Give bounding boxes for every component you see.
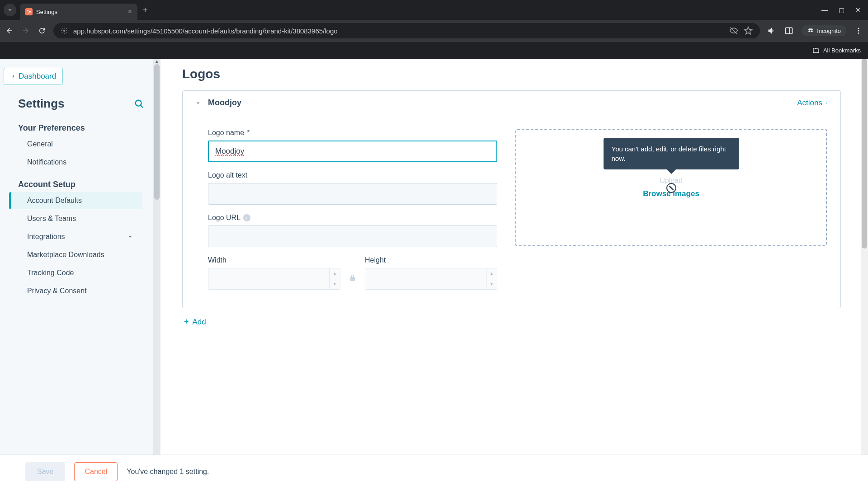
- dashboard-back-link[interactable]: Dashboard: [4, 68, 63, 85]
- width-stepper[interactable]: ▲ ▼: [208, 268, 340, 290]
- scroll-up-icon[interactable]: ▲: [153, 59, 160, 64]
- new-tab-button[interactable]: +: [143, 5, 148, 15]
- actions-dropdown[interactable]: Actions: [797, 99, 829, 108]
- sidebar-item-account-defaults[interactable]: Account Defaults: [9, 192, 142, 209]
- height-label: Height: [365, 256, 497, 264]
- close-window-icon[interactable]: ✕: [855, 6, 861, 14]
- account-setup-heading: Account Setup: [0, 172, 153, 191]
- svg-point-7: [809, 30, 811, 32]
- scrollbar-thumb[interactable]: [154, 64, 160, 200]
- logo-name-input[interactable]: [208, 141, 497, 162]
- browser-tab[interactable]: Settings ×: [20, 4, 137, 20]
- svg-point-11: [858, 33, 859, 34]
- lock-icon[interactable]: [349, 274, 357, 290]
- sidebar-item-general[interactable]: General: [9, 136, 142, 153]
- maximize-icon[interactable]: ▢: [839, 6, 844, 14]
- sidebar-item-marketplace-downloads[interactable]: Marketplace Downloads: [9, 246, 142, 263]
- svg-point-10: [858, 30, 859, 32]
- address-bar[interactable]: app.hubspot.com/settings/45105500/accoun…: [53, 23, 760, 38]
- step-up-icon[interactable]: ▲: [486, 268, 497, 279]
- svg-point-9: [858, 28, 859, 29]
- tab-title: Settings: [36, 9, 128, 15]
- sidebar-item-users-teams[interactable]: Users & Teams: [9, 210, 142, 227]
- chevron-down-icon: [127, 234, 133, 240]
- logo-alt-input[interactable]: [208, 183, 497, 205]
- logo-card: Moodjoy Actions Logo name Logo alt text: [182, 90, 841, 308]
- height-stepper[interactable]: ▲ ▼: [365, 268, 497, 290]
- eye-off-icon[interactable]: [729, 26, 738, 35]
- svg-point-3: [63, 30, 65, 32]
- caret-down-icon: [824, 101, 829, 105]
- minimize-icon[interactable]: —: [821, 6, 828, 14]
- step-up-icon[interactable]: ▲: [330, 268, 340, 279]
- svg-point-8: [811, 30, 813, 32]
- not-allowed-cursor-icon: [666, 183, 676, 193]
- close-tab-icon[interactable]: ×: [128, 8, 132, 16]
- browser-tab-strip: Settings × + — ▢ ✕: [0, 0, 868, 20]
- sidebar-item-tracking-code[interactable]: Tracking Code: [9, 264, 142, 282]
- save-bar: Save Cancel You've changed 1 setting.: [0, 455, 868, 488]
- card-title: Moodjoy: [208, 98, 241, 108]
- media-control-icon[interactable]: [767, 26, 776, 35]
- cancel-button[interactable]: Cancel: [74, 462, 118, 481]
- main-scrollbar[interactable]: [861, 59, 868, 488]
- logo-name-label: Logo name: [208, 129, 497, 137]
- browser-toolbar: app.hubspot.com/settings/45105500/accoun…: [0, 20, 868, 42]
- star-icon[interactable]: [744, 26, 753, 35]
- change-count-note: You've changed 1 setting.: [127, 468, 209, 476]
- sidebar-item-integrations[interactable]: Integrations: [9, 228, 142, 245]
- reload-icon[interactable]: [38, 27, 46, 35]
- sidebar: Dashboard Settings Your Preferences Gene…: [0, 59, 160, 488]
- svg-point-12: [136, 100, 142, 106]
- permission-tooltip: You can't add, edit, or delete files rig…: [604, 138, 739, 169]
- sidebar-item-privacy-consent[interactable]: Privacy & Consent: [9, 282, 142, 300]
- height-input[interactable]: [365, 268, 486, 289]
- tab-search-button[interactable]: [4, 4, 16, 16]
- sidebar-scrollbar[interactable]: ▲ ▼: [153, 59, 160, 488]
- page-title: Logos: [182, 67, 841, 81]
- logo-url-input[interactable]: [208, 225, 497, 247]
- kebab-menu-icon[interactable]: [854, 27, 863, 35]
- width-label: Width: [208, 256, 340, 264]
- all-bookmarks-link[interactable]: All Bookmarks: [823, 47, 861, 54]
- svg-rect-5: [786, 28, 793, 33]
- main-content: Logos Moodjoy Actions Logo name: [160, 59, 868, 488]
- settings-heading: Settings: [18, 97, 65, 111]
- logo-url-label: Logo URL i: [208, 214, 497, 222]
- logo-alt-label: Logo alt text: [208, 171, 497, 179]
- plus-icon: +: [184, 317, 189, 327]
- url-text: app.hubspot.com/settings/45105500/accoun…: [73, 27, 338, 35]
- back-icon[interactable]: [5, 27, 14, 35]
- add-logo-button[interactable]: + Add: [182, 308, 841, 336]
- incognito-chip[interactable]: Incognito: [802, 25, 846, 36]
- sidebar-item-notifications[interactable]: Notifications: [9, 154, 142, 171]
- chevron-down-icon[interactable]: [194, 99, 202, 107]
- hubspot-favicon: [25, 8, 33, 15]
- image-dropzone[interactable]: You can't add, edit, or delete files rig…: [515, 129, 827, 246]
- width-input[interactable]: [208, 268, 329, 289]
- search-icon[interactable]: [134, 99, 144, 109]
- side-panel-icon[interactable]: [784, 26, 793, 35]
- chevron-left-icon: [10, 74, 16, 79]
- scrollbar-thumb[interactable]: [862, 59, 867, 249]
- incognito-icon: [807, 27, 814, 34]
- forward-icon[interactable]: [22, 27, 30, 35]
- save-button[interactable]: Save: [25, 462, 65, 481]
- site-settings-icon[interactable]: [61, 27, 68, 34]
- bookmark-bar: All Bookmarks: [0, 42, 868, 59]
- chevron-down-icon: [6, 6, 14, 14]
- your-preferences-heading: Your Preferences: [0, 115, 153, 135]
- window-controls: — ▢ ✕: [821, 6, 861, 14]
- step-down-icon[interactable]: ▼: [330, 279, 340, 290]
- step-down-icon[interactable]: ▼: [486, 279, 497, 290]
- folder-icon: [812, 47, 820, 54]
- svg-line-13: [141, 105, 143, 108]
- help-icon[interactable]: i: [243, 214, 250, 221]
